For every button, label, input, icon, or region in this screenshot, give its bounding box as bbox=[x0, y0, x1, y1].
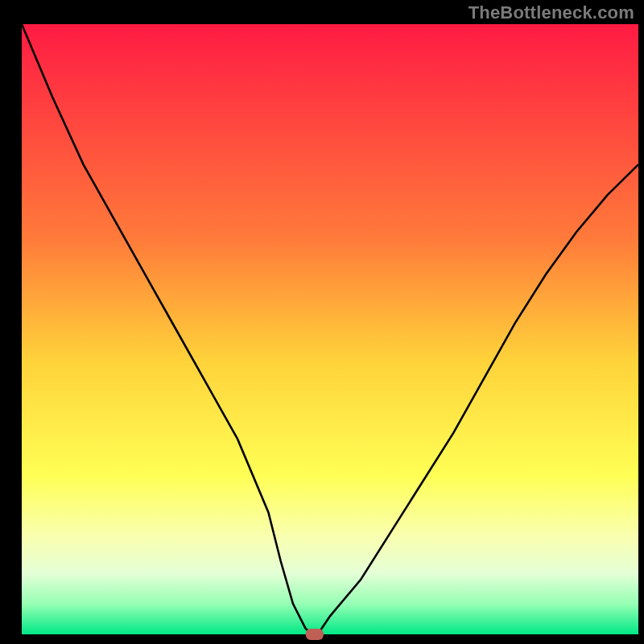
plot-background bbox=[22, 24, 638, 634]
watermark-text: TheBottleneck.com bbox=[469, 2, 634, 23]
bottleneck-chart: TheBottleneck.com bbox=[0, 0, 644, 644]
optimal-marker bbox=[306, 629, 324, 640]
chart-svg bbox=[0, 0, 644, 644]
